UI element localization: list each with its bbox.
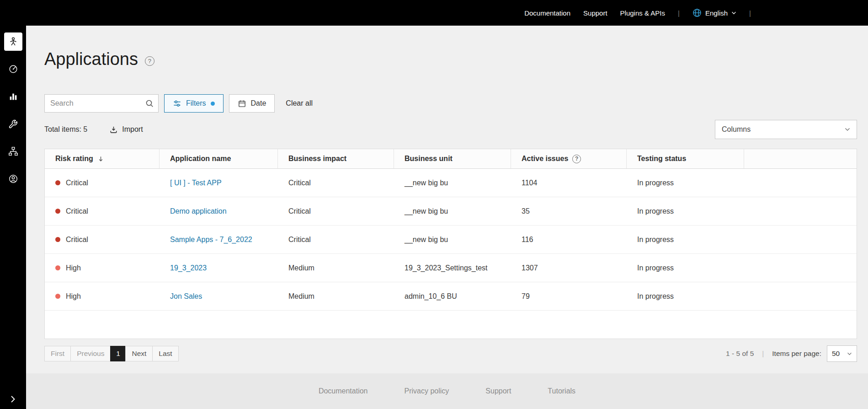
risk-dot	[55, 180, 60, 185]
business-unit-cell: __new big bu	[394, 207, 511, 215]
risk-rating-cell: Critical	[45, 207, 160, 215]
column-label: Application name	[170, 155, 231, 163]
sidebar-item-scans[interactable]	[4, 60, 22, 78]
sidebar-item-tools[interactable]	[4, 115, 22, 133]
date-button[interactable]: Date	[229, 94, 275, 113]
sidebar-item-hierarchy[interactable]	[4, 142, 22, 161]
pagination-buttons: First Previous 1 Next Last	[44, 346, 179, 361]
footer-link-tutorials[interactable]: Tutorials	[548, 387, 575, 395]
risk-label: High	[66, 292, 81, 301]
next-page-button[interactable]: Next	[125, 346, 153, 361]
clear-all-button[interactable]: Clear all	[286, 99, 313, 108]
items-per-page-value: 50	[832, 350, 840, 358]
column-header-testing-status[interactable]: Testing status	[627, 149, 744, 168]
sidebar-item-analytics[interactable]	[4, 87, 22, 106]
chevron-right-icon	[11, 396, 15, 403]
sidebar-item-applications[interactable]	[4, 32, 22, 51]
topbar-link-plugins-apis[interactable]: Plugins & APIs	[620, 9, 665, 17]
column-header-risk-rating[interactable]: Risk rating	[45, 149, 160, 168]
table-row: High 19_3_2023 Medium 19_3_2023_Settings…	[45, 254, 857, 282]
topbar-separator: |	[678, 9, 680, 17]
table-row: High Jon Sales Medium admin_10_6 BU 79 I…	[45, 282, 857, 311]
column-header-actions	[744, 149, 857, 168]
help-icon[interactable]: ?	[145, 56, 154, 66]
sidebar	[0, 26, 26, 409]
items-per-page-label: Items per page:	[772, 350, 821, 358]
user-icon	[8, 174, 18, 184]
risk-label: Critical	[66, 236, 88, 244]
column-label: Business unit	[405, 155, 453, 163]
risk-rating-cell: High	[45, 292, 160, 301]
column-header-application-name[interactable]: Application name	[160, 149, 278, 168]
application-name-link[interactable]: Demo application	[170, 207, 227, 215]
columns-select-value: Columns	[722, 125, 751, 134]
filters-icon	[173, 99, 181, 108]
columns-select[interactable]: Columns	[715, 120, 857, 139]
active-issues-cell: 116	[511, 236, 627, 244]
footer-link-documentation[interactable]: Documentation	[319, 387, 368, 395]
column-header-business-impact[interactable]: Business impact	[278, 149, 394, 168]
chevron-down-icon	[731, 11, 736, 15]
business-impact-cell: Medium	[278, 264, 394, 272]
pagination-separator: |	[762, 350, 764, 358]
filters-button[interactable]: Filters	[164, 94, 224, 113]
testing-status-cell: In progress	[627, 179, 744, 187]
list-header-row: Total items: 5 Import Columns	[44, 120, 857, 139]
first-page-button[interactable]: First	[44, 346, 71, 361]
sort-descending-icon[interactable]	[97, 156, 104, 162]
topbar-link-documentation[interactable]: Documentation	[524, 9, 570, 17]
business-impact-cell: Medium	[278, 292, 394, 301]
search-input[interactable]	[44, 94, 159, 113]
search-icon	[145, 99, 154, 108]
column-header-business-unit[interactable]: Business unit	[394, 149, 511, 168]
risk-rating-cell: High	[45, 264, 160, 272]
wrench-icon	[8, 119, 18, 129]
risk-dot	[55, 265, 60, 270]
import-icon	[109, 125, 118, 134]
risk-label: Critical	[66, 207, 88, 215]
topbar-separator: |	[749, 9, 751, 17]
topbar-nav: Documentation Support Plugins & APIs | E…	[524, 8, 751, 17]
help-icon[interactable]: ?	[572, 155, 581, 163]
risk-label: High	[66, 264, 81, 272]
risk-dot	[55, 237, 60, 242]
business-impact-cell: Critical	[278, 179, 394, 187]
column-header-active-issues[interactable]: Active issues ?	[511, 149, 627, 168]
applications-icon	[8, 37, 18, 47]
risk-rating-cell: Critical	[45, 236, 160, 244]
topbar-link-support[interactable]: Support	[583, 9, 607, 17]
footer-link-privacy-policy[interactable]: Privacy policy	[405, 387, 449, 395]
sidebar-expand-button[interactable]	[0, 396, 26, 403]
toolbar: Filters Date Clear all	[44, 94, 313, 113]
current-page-button[interactable]: 1	[110, 346, 126, 361]
items-per-page-select[interactable]: 50	[827, 345, 857, 362]
footer-link-support[interactable]: Support	[485, 387, 511, 395]
sidebar-item-profile[interactable]	[4, 170, 22, 188]
column-label: Active issues	[522, 155, 568, 163]
language-selector[interactable]: English	[692, 8, 736, 17]
table-row: Critical [ UI ] - Test APP Critical __ne…	[45, 169, 857, 197]
application-name-link[interactable]: 19_3_2023	[170, 264, 207, 272]
previous-page-button[interactable]: Previous	[70, 346, 111, 361]
testing-status-cell: In progress	[627, 207, 744, 215]
active-issues-cell: 1104	[511, 179, 627, 187]
total-items-label: Total items: 5	[44, 125, 87, 134]
risk-label: Critical	[66, 179, 88, 187]
application-name-link[interactable]: Sample Apps - 7_6_2022	[170, 236, 252, 244]
footer: Documentation Privacy policy Support Tut…	[26, 373, 868, 409]
application-name-link[interactable]: Jon Sales	[170, 292, 202, 301]
calendar-icon	[238, 99, 246, 108]
business-impact-cell: Critical	[278, 207, 394, 215]
testing-status-cell: In progress	[627, 292, 744, 301]
chevron-down-icon	[847, 352, 852, 355]
import-label: Import	[122, 125, 143, 134]
import-button[interactable]: Import	[109, 125, 143, 134]
filters-label: Filters	[186, 99, 206, 108]
last-page-button[interactable]: Last	[152, 346, 178, 361]
table-row: Critical Demo application Critical __new…	[45, 197, 857, 226]
application-name-link[interactable]: [ UI ] - Test APP	[170, 179, 222, 187]
scan-gauge-icon	[8, 64, 18, 74]
testing-status-cell: In progress	[627, 264, 744, 272]
active-filter-dot	[211, 102, 215, 106]
column-label: Risk rating	[55, 155, 93, 163]
